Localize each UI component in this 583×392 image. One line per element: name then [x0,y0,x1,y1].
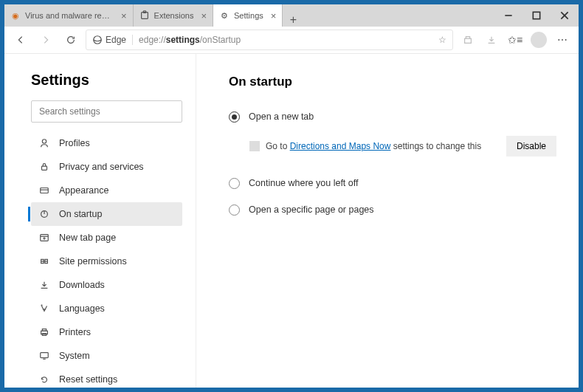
sidebar-item-label: Downloads [59,280,105,290]
address-bar[interactable]: Edge edge://settings/onStartup ☆ [86,30,453,50]
content: Settings Profiles Privacy and services A… [4,54,579,388]
tab-label: Settings [234,11,263,20]
option-label: Continue where you left off [249,178,358,188]
divider [132,35,133,45]
sidebar-item-label: Languages [59,303,105,314]
profile-avatar[interactable] [528,30,549,50]
radio-icon [229,204,240,216]
more-icon[interactable]: ⋯ [552,30,573,50]
ext-icon[interactable] [458,30,478,50]
ext-text: Go to Directions and Maps Now settings t… [266,141,481,151]
page-title: On startup [229,75,556,89]
edge-icon: Edge [92,35,126,45]
radio-icon [229,111,240,123]
main: On startup Open a new tab Go to Directio… [196,54,579,388]
extension-link[interactable]: Directions and Maps Now [290,141,391,151]
option-label: Open a new tab [249,111,314,122]
svg-point-21 [41,305,42,306]
option-specific-pages[interactable]: Open a specific page or pages [229,199,556,221]
extension-icon [249,141,260,151]
tab-extensions[interactable]: Extensions × [134,4,213,27]
sidebar-item-appearance[interactable]: Appearance [31,179,182,202]
search-input[interactable] [31,100,182,123]
svg-rect-10 [41,188,49,193]
close-button[interactable] [551,4,579,27]
tabs: ◉ Virus and malware removal instr × Exte… [4,4,494,27]
svg-point-8 [42,140,46,143]
permissions-icon [38,256,50,267]
download-icon [38,280,50,290]
tab-settings[interactable]: ⚙ Settings × [213,4,283,27]
extension-override-row: Go to Directions and Maps Now settings t… [249,134,556,159]
sidebar-item-label: Appearance [59,185,108,196]
sidebar-item-label: Reset settings [59,374,117,385]
maximize-button[interactable] [522,4,551,27]
sidebar-item-label: System [59,351,90,361]
sidebar-item-label: New tab page [59,233,116,243]
back-button[interactable] [10,30,31,50]
tab-label: Virus and malware removal instr [25,11,114,20]
forward-button[interactable] [35,30,56,50]
option-label: Open a specific page or pages [249,204,374,215]
sidebar-title: Settings [31,72,182,89]
disable-button[interactable]: Disable [506,136,556,157]
option-new-tab[interactable]: Open a new tab [229,106,556,128]
lock-icon [38,162,50,172]
system-icon [38,351,50,361]
sidebar-item-label: Printers [59,327,91,337]
profile-icon [38,138,50,148]
sidebar-item-label: Profiles [59,138,90,148]
sidebar-item-languages[interactable]: Languages [31,297,182,320]
printer-icon [38,327,50,337]
close-icon[interactable]: × [271,10,277,21]
sidebar-item-label: On startup [59,209,102,219]
close-icon[interactable]: × [201,10,207,21]
svg-rect-23 [42,329,46,331]
close-icon[interactable]: × [121,10,127,21]
languages-icon [38,303,50,314]
startup-options: Open a new tab Go to Directions and Maps… [229,106,556,221]
sidebar-item-privacy[interactable]: Privacy and services [31,155,182,179]
svg-point-6 [94,36,102,44]
appearance-icon [38,185,50,196]
tab-label: Extensions [154,11,194,20]
favorite-icon[interactable]: ☆ [438,35,446,45]
sidebar-item-onstartup[interactable]: On startup [31,202,182,226]
sidebar-item-profiles[interactable]: Profiles [31,131,182,155]
window-controls [494,4,579,27]
sidebar: Settings Profiles Privacy and services A… [4,54,196,388]
svg-rect-3 [533,12,539,18]
favorites-icon[interactable]: ✩≡ [505,30,525,50]
sidebar-item-downloads[interactable]: Downloads [31,273,182,297]
sidebar-menu: Profiles Privacy and services Appearance… [31,131,182,388]
refresh-button[interactable] [61,30,81,50]
tab-virus[interactable]: ◉ Virus and malware removal instr × [4,4,134,27]
svg-rect-7 [465,38,472,43]
window: ◉ Virus and malware removal instr × Exte… [4,4,579,388]
url-text: edge://settings/onStartup [139,35,241,45]
toolbar-right: ✩≡ ⋯ [458,30,573,50]
toolbar: Edge edge://settings/onStartup ☆ ✩≡ ⋯ [4,27,579,54]
gear-icon: ⚙ [219,10,230,21]
shield-icon: ◉ [10,10,21,21]
power-icon [38,209,50,219]
sidebar-item-printers[interactable]: Printers [31,320,182,344]
radio-icon [229,178,240,189]
extensions-icon [139,10,150,21]
option-continue[interactable]: Continue where you left off [229,172,556,194]
svg-rect-9 [42,166,47,170]
svg-rect-25 [41,353,49,358]
sidebar-item-newtab[interactable]: New tab page [31,226,182,250]
reset-icon [38,374,50,385]
sidebar-item-label: Privacy and services [59,162,144,172]
new-tab-button[interactable]: + [283,13,303,27]
sidebar-item-permissions[interactable]: Site permissions [31,250,182,273]
sidebar-item-system[interactable]: System [31,344,182,368]
titlebar: ◉ Virus and malware removal instr × Exte… [4,4,579,27]
minimize-button[interactable] [494,4,522,27]
newtab-icon [38,233,50,243]
sidebar-item-label: Site permissions [59,256,127,267]
downloads-icon[interactable] [481,30,502,50]
sidebar-item-reset[interactable]: Reset settings [31,368,182,388]
